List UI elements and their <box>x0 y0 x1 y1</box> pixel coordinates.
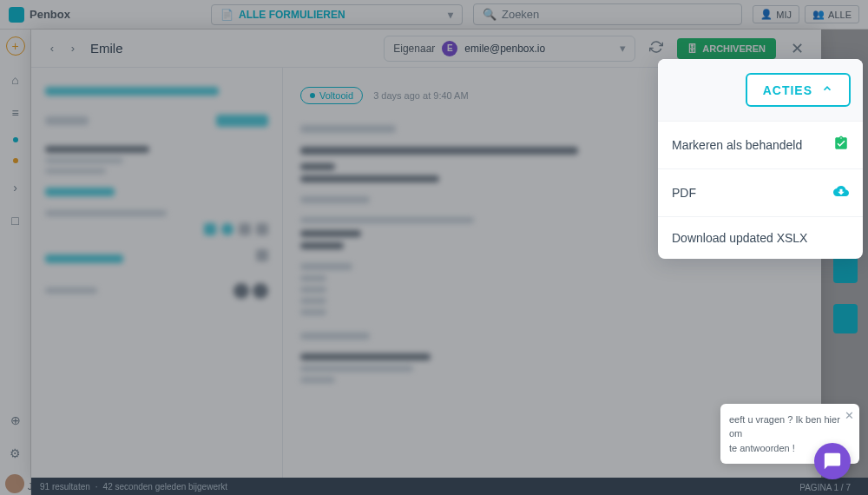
help-line1: eeft u vragen ? Ik ben hier om <box>729 412 840 441</box>
help-close-button[interactable]: ✕ <box>845 407 854 425</box>
chat-launcher[interactable] <box>814 443 851 479</box>
cloud-download-icon <box>833 183 849 202</box>
menu-mark-handled[interactable]: Markeren als behandeld <box>658 122 863 168</box>
acties-button[interactable]: ACTIES <box>746 73 851 107</box>
menu-download-xslx[interactable]: Download updated XSLX <box>658 216 863 259</box>
check-clipboard-icon <box>833 135 849 155</box>
acties-dropdown: ACTIES Markeren als behandeld PDF Downlo… <box>658 59 863 259</box>
chat-icon <box>823 452 842 471</box>
menu-pdf[interactable]: PDF <box>658 168 863 216</box>
chevron-up-icon <box>821 82 833 97</box>
